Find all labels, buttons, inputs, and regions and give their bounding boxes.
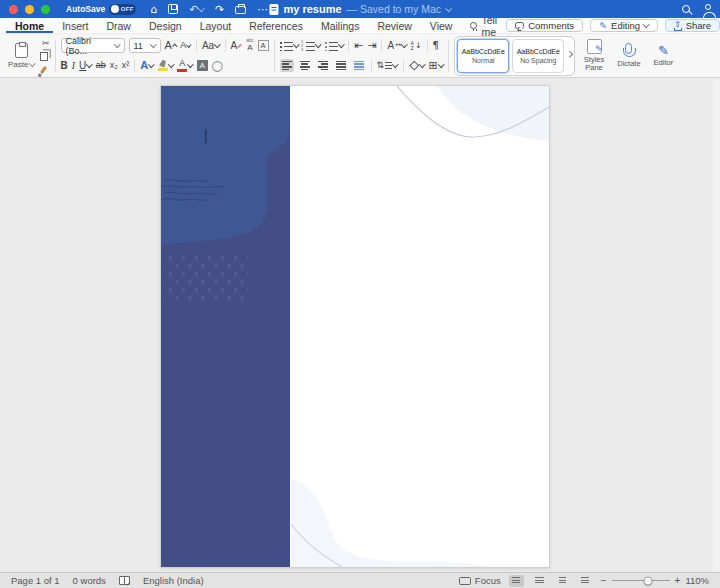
- justify-button[interactable]: [334, 59, 348, 72]
- bold-button[interactable]: B: [61, 61, 68, 71]
- focus-mode-button[interactable]: Focus: [459, 575, 501, 586]
- phonetic-guide-button[interactable]: abcA: [246, 39, 253, 52]
- multilevel-list-button[interactable]: [325, 40, 344, 52]
- bullets-button[interactable]: [280, 40, 299, 52]
- tab-tell-me[interactable]: Tell me: [461, 18, 506, 33]
- align-right-button[interactable]: [316, 59, 330, 72]
- editor-button[interactable]: ✎ Editor: [650, 43, 678, 68]
- zoom-out-button[interactable]: −: [601, 576, 607, 586]
- numbering-button[interactable]: [302, 40, 321, 52]
- title-caret-icon[interactable]: [445, 5, 451, 11]
- increase-indent-button[interactable]: ⇥: [367, 40, 376, 51]
- dictate-button[interactable]: Dictate: [613, 41, 644, 69]
- styles-gallery-expand-icon[interactable]: [566, 51, 572, 57]
- autosave-toggle[interactable]: OFF: [109, 4, 136, 15]
- tab-draw[interactable]: Draw: [97, 18, 140, 33]
- italic-button[interactable]: I: [72, 61, 75, 71]
- sort-button[interactable]: AZ↓: [411, 41, 422, 51]
- tab-review[interactable]: Review: [368, 18, 420, 33]
- tab-design[interactable]: Design: [140, 18, 191, 33]
- share-button[interactable]: ⇧ Share: [665, 19, 720, 32]
- show-paragraph-marks-button[interactable]: ¶: [433, 41, 439, 51]
- save-icon[interactable]: [168, 4, 178, 14]
- document-canvas[interactable]: [0, 79, 720, 572]
- window-controls: [9, 5, 50, 14]
- enclose-characters-button[interactable]: ◯: [212, 61, 223, 71]
- print-layout-icon: [512, 577, 520, 585]
- more-commands-icon[interactable]: ⋯: [257, 4, 268, 15]
- format-painter-icon[interactable]: [40, 65, 47, 73]
- superscript-button[interactable]: x²: [122, 61, 130, 70]
- zoom-level[interactable]: 110%: [685, 575, 709, 586]
- distribute-text-button[interactable]: [352, 59, 366, 72]
- shrink-font-button[interactable]: A: [180, 41, 191, 50]
- editing-caret-icon: [643, 21, 649, 27]
- document-page[interactable]: [161, 86, 549, 567]
- tab-mailings[interactable]: Mailings: [312, 18, 369, 33]
- redo-icon[interactable]: ↷: [215, 4, 224, 15]
- text-effects-button[interactable]: A: [140, 60, 153, 71]
- asian-layout-button[interactable]: A↔: [387, 41, 406, 51]
- cut-icon[interactable]: ✂: [42, 38, 50, 48]
- align-left-button[interactable]: [280, 59, 294, 72]
- font-size-select[interactable]: 11: [129, 38, 161, 53]
- zoom-control: − + 110%: [601, 575, 709, 586]
- strikethrough-button[interactable]: ab: [96, 61, 106, 70]
- tab-home[interactable]: Home: [6, 18, 53, 33]
- grow-font-button[interactable]: A: [165, 40, 177, 51]
- paste-button[interactable]: Paste: [5, 42, 38, 70]
- zoom-slider[interactable]: [612, 580, 670, 582]
- comments-button[interactable]: Comments: [506, 19, 583, 32]
- language-selector[interactable]: English (India): [143, 575, 204, 586]
- tab-insert[interactable]: Insert: [53, 18, 97, 33]
- page-count[interactable]: Page 1 of 1: [11, 575, 60, 586]
- web-layout-view-button[interactable]: [532, 575, 547, 587]
- word-count[interactable]: 0 words: [73, 575, 106, 586]
- styles-pane-button[interactable]: StylesPane: [580, 38, 608, 74]
- character-shading-button[interactable]: A: [197, 60, 208, 71]
- autosave-toggle-knob: [111, 5, 119, 13]
- close-window-button[interactable]: [9, 5, 18, 14]
- zoom-window-button[interactable]: [41, 5, 50, 14]
- home-icon[interactable]: ⌂: [150, 4, 157, 15]
- line-spacing-button[interactable]: ⇅: [377, 61, 398, 70]
- style-card-no-spacing[interactable]: AaBbCcDdEe No Spacing: [512, 39, 564, 73]
- document-title: my resume: [283, 3, 341, 15]
- underline-button[interactable]: U: [79, 61, 92, 71]
- editing-button[interactable]: ✎ Editing: [590, 19, 658, 32]
- proofing-status-icon[interactable]: [119, 576, 130, 585]
- print-icon[interactable]: [235, 6, 246, 14]
- paragraph-group: ⇤ ⇥ A↔ AZ↓ ¶ ⇅ ⊞: [280, 38, 444, 74]
- autosave-control[interactable]: AutoSave OFF: [66, 4, 136, 15]
- shading-button[interactable]: [409, 60, 425, 71]
- account-share-icon[interactable]: [705, 4, 711, 10]
- style-card-normal[interactable]: AaBbCcDdEe Normal: [457, 39, 509, 73]
- zoom-slider-knob[interactable]: [644, 576, 653, 585]
- draft-view-button[interactable]: [578, 575, 593, 587]
- outline-view-button[interactable]: [555, 575, 570, 587]
- tab-references[interactable]: References: [240, 18, 312, 33]
- tab-layout[interactable]: Layout: [191, 18, 241, 33]
- borders-button[interactable]: ⊞: [429, 60, 444, 71]
- clear-formatting-button[interactable]: A: [231, 41, 243, 51]
- print-layout-view-button[interactable]: [509, 575, 524, 587]
- subscript-button[interactable]: x₂: [110, 61, 118, 70]
- search-icon[interactable]: [682, 5, 690, 13]
- font-name-select[interactable]: Calibri (Bo...: [61, 38, 125, 53]
- style-preview: AaBbCcDdEe: [517, 48, 560, 55]
- align-center-button[interactable]: [298, 59, 312, 72]
- font-color-button[interactable]: A: [177, 59, 193, 72]
- undo-caret-icon: [198, 5, 204, 11]
- decrease-indent-button[interactable]: ⇤: [354, 40, 363, 51]
- character-border-button[interactable]: A: [258, 40, 269, 51]
- undo-button[interactable]: ↶: [189, 4, 204, 15]
- change-case-button[interactable]: Aa: [202, 41, 220, 51]
- highlighter-icon: [159, 59, 167, 68]
- minimize-window-button[interactable]: [25, 5, 34, 14]
- zoom-in-button[interactable]: +: [675, 576, 681, 586]
- document-title-area[interactable]: my resume — Saved to my Mac: [269, 0, 450, 18]
- copy-icon[interactable]: [40, 52, 48, 61]
- highlight-color-button[interactable]: [158, 60, 174, 71]
- tab-view[interactable]: View: [421, 18, 462, 33]
- vertical-scrollbar-track[interactable]: [713, 79, 720, 572]
